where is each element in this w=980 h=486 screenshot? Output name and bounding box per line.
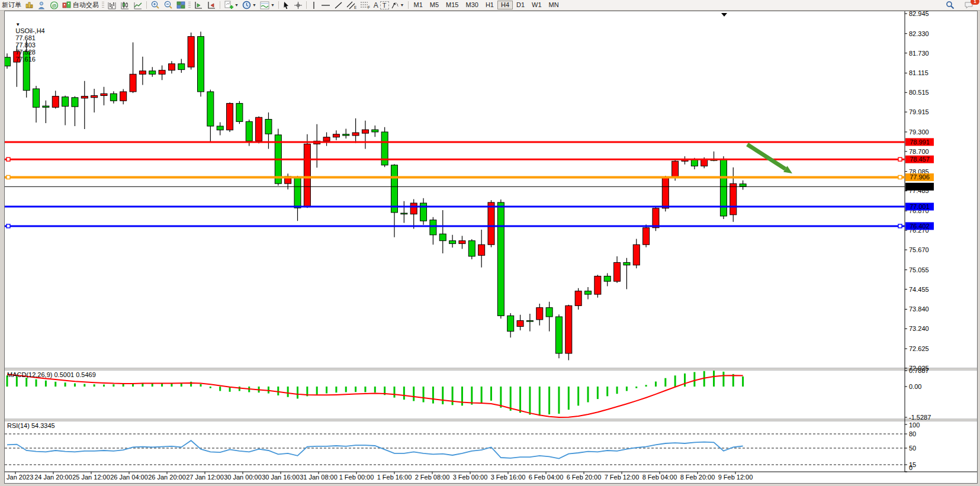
price-tick-label: 74.455 — [909, 286, 929, 293]
search-icon[interactable] — [944, 1, 956, 10]
candle — [33, 89, 40, 107]
ohlc-low: 77.528 — [15, 49, 36, 56]
crosshair-button[interactable] — [292, 1, 304, 10]
timeframe-h4-button[interactable]: H4 — [497, 1, 513, 9]
price-tick-label: 73.840 — [909, 305, 929, 313]
market-watch-icon[interactable] — [36, 1, 48, 10]
candle — [139, 71, 146, 74]
timeframe-mn-button[interactable]: MN — [545, 1, 563, 9]
line-handle[interactable] — [898, 224, 902, 228]
shapes-button[interactable]: ▼ — [389, 1, 406, 10]
candle — [633, 244, 640, 265]
candle — [372, 130, 378, 132]
time-tick-label: 9 Feb 12:00 — [718, 474, 753, 481]
channel-letter: E — [354, 5, 356, 9]
current-price-label: 77.616 — [910, 183, 930, 190]
horizontal-line-object[interactable]: 77.001 — [5, 203, 934, 211]
zoom-out-button[interactable] — [162, 1, 175, 10]
text-label-button[interactable]: T — [380, 1, 389, 9]
candles-layer — [5, 31, 746, 360]
time-tick-label: 30 Jan 16:00 — [262, 474, 300, 481]
macd-pane: 0.78870.00-1.5287 — [7, 367, 931, 421]
line-handle[interactable] — [7, 157, 10, 161]
time-tick-label: 26 Jan 20:00 — [148, 474, 186, 481]
candle — [488, 202, 494, 244]
fibonacci-button[interactable]: F — [358, 1, 372, 10]
auto-scroll-button[interactable] — [192, 1, 205, 10]
timeframe-h1-button[interactable]: H1 — [482, 1, 497, 9]
horizontal-line-object[interactable]: 77.906 — [5, 173, 934, 181]
indicators-button[interactable]: ▼ — [222, 1, 240, 10]
signals-icon[interactable]: @ — [48, 1, 60, 10]
rsi-pane: 1008050150 — [5, 421, 920, 472]
candle — [333, 134, 339, 137]
time-tick-label: 25 Jan 12:00 — [72, 474, 110, 481]
line-chart-button[interactable] — [131, 1, 144, 10]
chevron-down-icon: ▼ — [252, 3, 256, 7]
horizontal-line-button[interactable] — [319, 1, 332, 10]
rsi-tick-label: 50 — [909, 445, 916, 452]
time-tick-label: 6 Feb 04:00 — [529, 474, 564, 481]
time-tick-label: 8 Feb 04:00 — [642, 474, 677, 481]
cursor-button[interactable] — [281, 1, 292, 10]
text-button[interactable]: A — [372, 1, 380, 10]
price-tick-label: 79.300 — [909, 128, 929, 136]
vertical-line-button[interactable] — [309, 1, 319, 10]
auto-trading-button[interactable]: 自动交易 — [60, 1, 101, 10]
trendline-button[interactable] — [332, 1, 345, 10]
equidistant-channel-button[interactable]: E — [345, 1, 358, 10]
line-handle[interactable] — [7, 175, 10, 179]
time-tick-label: 7 Feb 12:00 — [605, 474, 640, 481]
toolbar-grip — [188, 2, 191, 9]
candle — [410, 203, 417, 214]
chart-expander-icon[interactable]: ▼ — [15, 22, 20, 27]
timeframe-m5-button[interactable]: M5 — [426, 1, 442, 9]
price-tick-label: 79.915 — [909, 108, 929, 115]
timeframe-m30-button[interactable]: M30 — [462, 1, 481, 9]
macd-tick-label: 0.00 — [909, 383, 921, 390]
horizontal-line-object[interactable]: 76.402 — [5, 222, 934, 230]
rsi-tick-label: 80 — [909, 430, 916, 437]
time-tick-label: 6 Feb 20:00 — [567, 474, 602, 481]
candle — [555, 317, 562, 353]
candle — [575, 291, 581, 306]
candle — [585, 291, 592, 294]
price-chart[interactable]: 82.94582.33081.73081.11580.51579.91579.3… — [5, 11, 977, 483]
periods-button[interactable]: ▼ — [240, 1, 258, 10]
time-tick-label: 24 Jan 20:00 — [34, 474, 72, 481]
timeframe-d1-button[interactable]: D1 — [513, 1, 528, 9]
candle — [294, 178, 301, 208]
line-handle[interactable] — [898, 175, 902, 179]
chart-shift-marker[interactable] — [721, 13, 727, 17]
time-tick-label: 1 Feb 16:00 — [377, 474, 412, 481]
candle — [430, 220, 436, 235]
bar-chart-button[interactable] — [105, 1, 118, 10]
candlestick-chart-button[interactable] — [118, 1, 131, 10]
candle — [62, 97, 69, 107]
chevron-down-icon: ▼ — [234, 3, 239, 7]
time-tick-label: 27 Jan 12:00 — [186, 474, 224, 481]
line-handle[interactable] — [898, 157, 902, 161]
chart-ohlc-readout[interactable]: ▼ USOil-,H4 77.681 77.803 77.528 77.616 — [8, 13, 45, 70]
timeframe-w1-button[interactable]: W1 — [528, 1, 545, 9]
price-tick-label: 82.330 — [909, 30, 929, 37]
candle — [101, 94, 107, 95]
macd-tick-label: 0.7887 — [909, 367, 929, 374]
timeframe-m15-button[interactable]: M15 — [442, 1, 462, 9]
new-order-button[interactable]: 新订单 — [0, 1, 23, 10]
horizontal-line-object[interactable]: 78.457 — [5, 156, 934, 163]
zoom-in-button[interactable] — [149, 1, 162, 10]
gold-chart-icon[interactable] — [23, 1, 36, 10]
horizontal-line-object[interactable]: 78.991 — [5, 138, 934, 146]
candle — [546, 308, 552, 317]
timeframe-m1-button[interactable]: M1 — [410, 1, 426, 9]
line-handle[interactable] — [7, 224, 10, 228]
candle — [343, 134, 349, 136]
chart-shift-button[interactable] — [205, 1, 218, 10]
time-tick-label: 26 Jan 04:00 — [110, 474, 148, 481]
notifications-icon[interactable]: 1 — [962, 1, 975, 10]
templates-button[interactable]: ▼ — [258, 1, 277, 10]
auto-trading-label: 自动交易 — [73, 1, 99, 9]
tile-windows-button[interactable] — [175, 1, 187, 10]
price-tick-label: 72.625 — [909, 345, 929, 352]
